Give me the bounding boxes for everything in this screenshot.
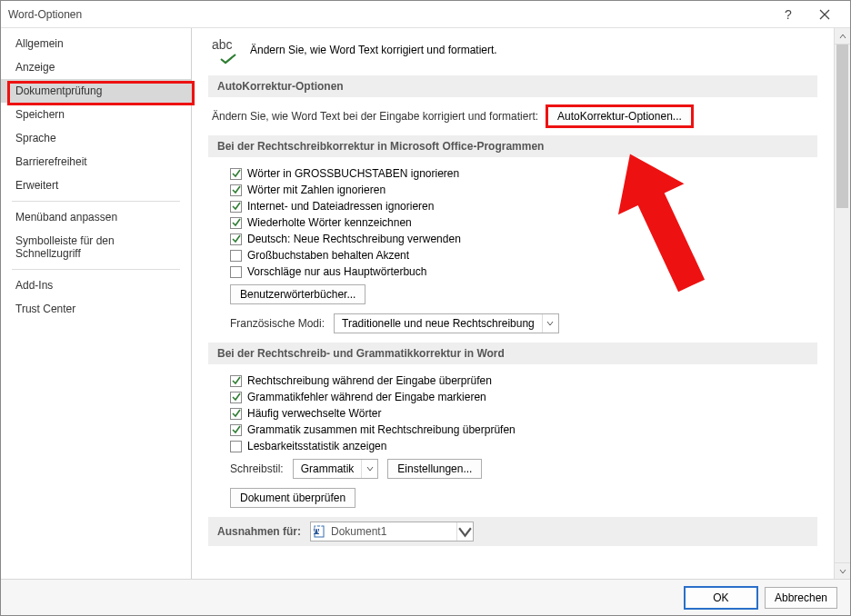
checkbox-icon — [230, 392, 242, 403]
sidebar-item-0[interactable]: Allgemein — [1, 32, 191, 55]
help-button[interactable]: ? — [770, 2, 806, 27]
checkbox-label: Wörter mit Zahlen ignorieren — [247, 184, 385, 196]
scroll-down-arrow[interactable] — [835, 562, 850, 579]
spellcheck-option-0[interactable]: Wörter in GROSSBUCHSTABEN ignorieren — [230, 166, 817, 181]
checkbox-label: Wörter in GROSSBUCHSTABEN ignorieren — [247, 167, 459, 180]
custom-dictionaries-button[interactable]: Benutzerwörterbücher... — [230, 284, 365, 304]
spellcheck-option-2[interactable]: Internet- und Dateiadressen ignorieren — [230, 199, 817, 214]
sidebar-item-5[interactable]: Barrierefreiheit — [1, 150, 191, 174]
checkbox-label: Großbuchstaben behalten Akzent — [247, 249, 409, 262]
close-button[interactable] — [806, 2, 843, 27]
settings-button[interactable]: Einstellungen... — [387, 459, 482, 479]
sidebar-item-1[interactable]: Anzeige — [1, 55, 191, 79]
checkbox-icon — [230, 233, 242, 245]
checkbox-icon — [230, 266, 242, 278]
abc-check-icon: abc — [212, 37, 241, 63]
section-spellcheck-heading: Bei der Rechtschreibkorrektur in Microso… — [208, 135, 817, 157]
exceptions-document-dropdown[interactable]: W Dokument1 — [310, 522, 474, 541]
checkbox-icon — [230, 441, 242, 452]
sidebar-item-4[interactable]: Sprache — [1, 126, 191, 150]
vertical-scrollbar[interactable] — [834, 28, 850, 579]
check-document-button[interactable]: Dokument überprüfen — [230, 488, 355, 508]
word-document-icon: W — [311, 522, 327, 541]
checkbox-label: Grammatik zusammen mit Rechtschreibung ü… — [247, 423, 516, 436]
svg-text:W: W — [313, 525, 322, 536]
chevron-down-icon — [361, 460, 377, 478]
spellcheck-option-6[interactable]: Vorschläge nur aus Hauptwörterbuch — [230, 264, 817, 279]
sidebar-item-3[interactable]: Speichern — [1, 103, 191, 126]
checkbox-icon — [230, 217, 242, 229]
french-modes-label: Französische Modi: — [230, 317, 325, 330]
writing-style-dropdown[interactable]: Grammatik — [293, 459, 379, 479]
checkbox-label: Lesbarkeitsstatistik anzeigen — [247, 440, 386, 452]
section-autocorrect-heading: AutoKorrektur-Optionen — [208, 75, 817, 97]
sidebar-item-7[interactable]: Menüband anpassen — [1, 205, 191, 229]
checkbox-icon — [230, 408, 242, 420]
word-spell-option-1[interactable]: Grammatikfehler während der Eingabe mark… — [230, 390, 817, 404]
dialog-footer: OK Abbrechen — [1, 579, 850, 615]
sidebar-separator — [12, 269, 180, 270]
checkbox-label: Häufig verwechselte Wörter — [247, 407, 381, 420]
checkbox-label: Rechtschreibung während der Eingabe über… — [247, 374, 492, 387]
checkbox-label: Grammatikfehler während der Eingabe mark… — [247, 391, 486, 403]
section-exceptions-heading: Ausnahmen für: W Dokument1 — [208, 517, 817, 546]
intro: abc Ändern Sie, wie Word Text korrigiert… — [212, 37, 817, 63]
autocorrect-label: Ändern Sie, wie Word Text bei der Eingab… — [212, 110, 538, 123]
checkbox-label: Wiederholte Wörter kennzeichnen — [247, 216, 412, 229]
checkbox-label: Vorschläge nur aus Hauptwörterbuch — [247, 265, 426, 278]
checkbox-label: Internet- und Dateiadressen ignorieren — [247, 200, 434, 213]
sidebar-item-10[interactable]: Trust Center — [1, 297, 191, 321]
checkbox-icon — [230, 250, 242, 262]
titlebar: Word-Optionen ? — [1, 1, 850, 28]
sidebar: AllgemeinAnzeigeDokumentprüfungSpeichern… — [1, 28, 192, 579]
word-spell-option-0[interactable]: Rechtschreibung während der Eingabe über… — [230, 373, 817, 388]
sidebar-item-9[interactable]: Add-Ins — [1, 273, 191, 297]
sidebar-item-8[interactable]: Symbolleiste für den Schnellzugriff — [1, 229, 191, 265]
chevron-down-icon — [456, 522, 473, 541]
cancel-button[interactable]: Abbrechen — [765, 587, 837, 609]
checkbox-icon — [230, 168, 242, 180]
sidebar-item-2[interactable]: Dokumentprüfung — [1, 79, 191, 103]
scroll-up-arrow[interactable] — [835, 28, 850, 45]
writing-style-label: Schreibstil: — [230, 462, 284, 475]
window-title: Word-Optionen — [8, 8, 770, 21]
section-word-spell-grammar-heading: Bei der Rechtschreib- und Grammatikkorre… — [208, 343, 817, 364]
chevron-down-icon — [542, 314, 558, 333]
spellcheck-option-1[interactable]: Wörter mit Zahlen ignorieren — [230, 183, 817, 197]
spellcheck-option-5[interactable]: Großbuchstaben behalten Akzent — [230, 248, 817, 263]
autocorrect-options-button[interactable]: AutoKorrektur-Optionen... — [547, 106, 692, 126]
word-spell-option-4[interactable]: Lesbarkeitsstatistik anzeigen — [230, 439, 817, 453]
checkbox-icon — [230, 201, 242, 213]
intro-text: Ändern Sie, wie Word Text korrigiert und… — [250, 44, 497, 56]
ok-button[interactable]: OK — [685, 587, 757, 609]
spellcheck-option-4[interactable]: Deutsch: Neue Rechtschreibung verwenden — [230, 232, 817, 246]
checkbox-icon — [230, 424, 242, 436]
scrollbar-thumb[interactable] — [836, 45, 848, 208]
word-spell-option-2[interactable]: Häufig verwechselte Wörter — [230, 406, 817, 421]
french-modes-dropdown[interactable]: Traditionelle und neue Rechtschreibung — [334, 313, 559, 333]
word-spell-option-3[interactable]: Grammatik zusammen mit Rechtschreibung ü… — [230, 422, 817, 437]
checkbox-icon — [230, 184, 242, 196]
sidebar-separator — [12, 201, 180, 202]
content: abc Ändern Sie, wie Word Text korrigiert… — [192, 28, 834, 579]
spellcheck-option-3[interactable]: Wiederholte Wörter kennzeichnen — [230, 215, 817, 230]
checkbox-label: Deutsch: Neue Rechtschreibung verwenden — [247, 233, 461, 245]
sidebar-item-6[interactable]: Erweitert — [1, 174, 191, 197]
checkbox-icon — [230, 375, 242, 387]
